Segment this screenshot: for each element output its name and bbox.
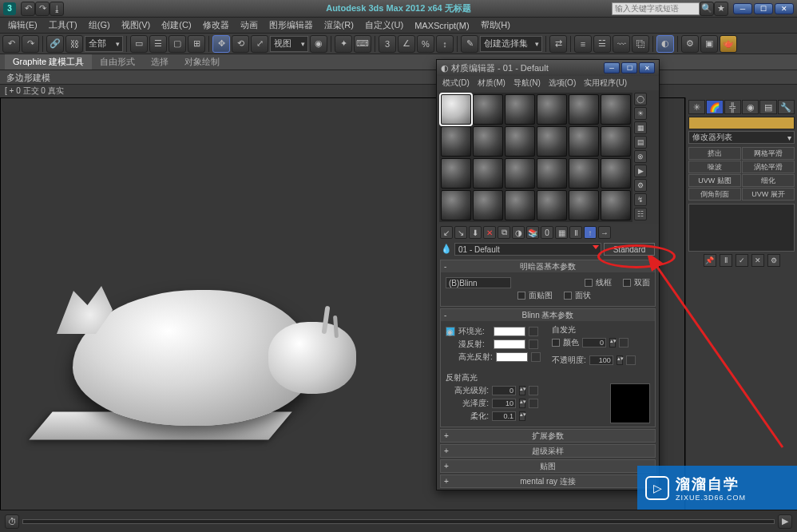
render-production-icon[interactable]: 🫖	[720, 35, 737, 53]
mod-tessellate[interactable]: 细化	[742, 174, 795, 187]
material-editor-titlebar[interactable]: ◐ 材质编辑器 - 01 - Default ─ ☐ ✕	[437, 60, 659, 76]
spinner-buttons[interactable]: ▴▾	[519, 411, 525, 421]
material-slot[interactable]	[537, 158, 567, 189]
window-crossing-icon[interactable]: ⊞	[188, 35, 205, 53]
mat-window-minimize[interactable]: ─	[604, 62, 620, 73]
qat-redo-icon[interactable]: ↷	[35, 2, 50, 16]
cmd-tab-modify-icon[interactable]: 🌈	[706, 100, 723, 114]
rollout-header[interactable]: -Blinn 基本参数	[441, 309, 655, 321]
self-illum-color-checkbox[interactable]	[552, 339, 560, 347]
modifier-list-combo[interactable]: 修改器列表	[688, 131, 795, 144]
mod-bevelprofile[interactable]: 倒角剖面	[688, 188, 741, 200]
undo-icon[interactable]: ↶	[2, 35, 20, 53]
material-slot[interactable]	[537, 190, 567, 220]
diffuse-color-swatch[interactable]	[494, 339, 525, 349]
menu-create[interactable]: 创建(C)	[157, 18, 196, 33]
spinner-buttons[interactable]: ▴▾	[519, 399, 525, 408]
use-pivot-icon[interactable]: ◉	[310, 35, 327, 53]
specular-map-button[interactable]	[531, 352, 541, 362]
cmd-tab-create-icon[interactable]: ✳	[688, 100, 705, 114]
rectangular-region-icon[interactable]: ▢	[169, 35, 186, 53]
show-map-viewport-icon[interactable]: ▦	[555, 226, 568, 239]
opacity-spinner[interactable]: 100	[589, 355, 613, 365]
help-search-input[interactable]	[612, 2, 700, 15]
play-animation-icon[interactable]: ▶	[778, 514, 792, 529]
ribbon-tab-objectpaint[interactable]: 对象绘制	[176, 54, 228, 69]
spinner-buttons[interactable]: ▴▾	[609, 338, 616, 347]
material-slot[interactable]	[569, 126, 599, 157]
viewport-label[interactable]: [ + 0 正交 0 真实	[0, 85, 797, 97]
mod-extrude[interactable]: 挤出	[688, 147, 741, 160]
mat-menu-material[interactable]: 材质(M)	[474, 76, 510, 90]
ambient-map-button[interactable]	[529, 327, 538, 336]
mat-menu-modes[interactable]: 模式(D)	[438, 76, 474, 90]
make-unique-icon[interactable]: ✓	[736, 254, 748, 267]
opacity-map-button[interactable]	[626, 355, 636, 365]
cmd-tab-hierarchy-icon[interactable]: ╬	[724, 100, 741, 114]
get-material-icon[interactable]: ↙	[440, 226, 453, 239]
mod-meshsmooth[interactable]: 网格平滑	[742, 147, 795, 160]
material-slot[interactable]	[473, 94, 503, 125]
layers-icon[interactable]: ☱	[593, 35, 611, 53]
make-material-copy-icon[interactable]: ⧉	[498, 226, 510, 239]
material-slot[interactable]	[601, 94, 631, 125]
diffuse-map-button[interactable]	[529, 339, 538, 349]
menu-customize[interactable]: 自定义(U)	[360, 18, 408, 33]
keyboard-shortcut-icon[interactable]: ⌨	[354, 35, 371, 53]
material-slot[interactable]	[601, 190, 631, 220]
gloss-map-button[interactable]	[529, 399, 538, 408]
material-slot[interactable]	[537, 126, 567, 157]
put-to-library-icon[interactable]: 📚	[526, 226, 539, 239]
spinner-buttons[interactable]: ▴▾	[519, 386, 525, 395]
mod-turbosmooth[interactable]: 涡轮平滑	[742, 161, 795, 173]
material-slot[interactable]	[601, 126, 631, 157]
remove-modifier-icon[interactable]: ✕	[751, 254, 764, 267]
mat-menu-utilities[interactable]: 实用程序(U)	[580, 76, 631, 90]
lock-ambient-diffuse-icon[interactable]: ◉	[446, 327, 455, 336]
rollout-header[interactable]: -明暗器基本参数	[441, 260, 655, 272]
selection-filter-combo[interactable]: 全部	[85, 36, 123, 52]
material-slot[interactable]	[473, 190, 503, 220]
soften-spinner[interactable]: 0.1	[492, 411, 516, 421]
pin-stack-icon[interactable]: 📌	[704, 254, 716, 267]
material-slot[interactable]	[441, 126, 471, 157]
ribbon-tab-modeling[interactable]: Graphite 建模工具	[5, 54, 92, 69]
snap-toggle-icon[interactable]: 3	[379, 35, 396, 53]
material-slot[interactable]	[473, 126, 503, 157]
select-and-scale-icon[interactable]: ⤢	[251, 35, 268, 53]
link-icon[interactable]: 🔗	[46, 35, 64, 53]
select-and-rotate-icon[interactable]: ⟲	[232, 35, 249, 53]
material-slot[interactable]	[441, 190, 471, 220]
mat-window-close[interactable]: ✕	[639, 62, 655, 73]
video-check-icon[interactable]: ⊗	[634, 150, 647, 163]
qat-save-icon[interactable]: ⭳	[50, 2, 64, 16]
material-id-icon[interactable]: 0	[541, 226, 553, 239]
sample-type-icon[interactable]: ◯	[634, 93, 647, 105]
pick-material-icon[interactable]: 💧	[441, 244, 452, 255]
rollout-header[interactable]: +超级采样	[441, 445, 655, 457]
named-selection-combo[interactable]: 创建选择集	[480, 36, 542, 52]
rendered-frame-icon[interactable]: ▣	[700, 35, 718, 53]
cmd-tab-motion-icon[interactable]: ◉	[742, 100, 759, 114]
go-to-parent-icon[interactable]: ↑	[584, 226, 597, 239]
spinner-snap-icon[interactable]: ↕	[436, 35, 454, 53]
reset-map-icon[interactable]: ✕	[483, 226, 496, 239]
select-object-icon[interactable]: ▭	[130, 35, 148, 53]
mat-menu-navigation[interactable]: 导航(N)	[510, 76, 545, 90]
material-type-button[interactable]: Standard	[604, 243, 655, 256]
shading-type-combo[interactable]: (B)Blinn	[446, 277, 511, 288]
material-name-field[interactable]: 01 - Default	[454, 243, 601, 256]
window-close-button[interactable]: ✕	[775, 3, 794, 14]
make-unique-icon[interactable]: ◑	[512, 226, 525, 239]
material-slot[interactable]	[601, 158, 631, 189]
mirror-icon[interactable]: ⇄	[549, 35, 567, 53]
go-forward-sibling-icon[interactable]: →	[598, 226, 611, 239]
sample-uv-icon[interactable]: ▤	[634, 136, 647, 149]
material-slot[interactable]	[441, 94, 471, 125]
specular-color-swatch[interactable]	[496, 352, 528, 362]
select-by-name-icon[interactable]: ☰	[149, 35, 167, 53]
show-end-result-icon[interactable]: Ⅱ	[569, 226, 582, 239]
time-slider[interactable]	[22, 519, 775, 524]
ref-coord-combo[interactable]: 视图	[270, 36, 308, 52]
redo-icon[interactable]: ↷	[22, 35, 39, 53]
